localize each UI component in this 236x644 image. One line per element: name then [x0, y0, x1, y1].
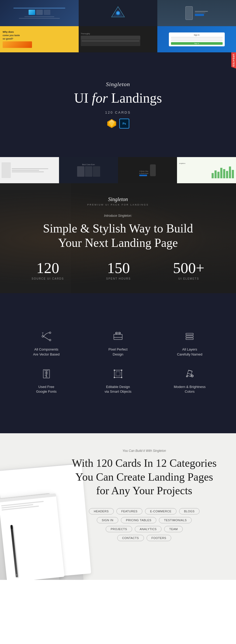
feature-smart: Editable Designvia Smart Objects: [82, 362, 154, 399]
ps-icon: Ps: [119, 119, 129, 129]
hero-logo: Singleton: [106, 81, 130, 88]
tag-features[interactable]: FEATURES: [116, 508, 143, 514]
feature-fonts: Used FreeGoogle Fonts: [10, 362, 82, 399]
grid-cell-phone: [157, 0, 236, 26]
feature-title-smart: Editable Designvia Smart Objects: [105, 385, 132, 394]
stat-label-hours: Spent Hours: [106, 277, 131, 280]
promo-section: You Can Build it With Singleton With 120…: [0, 433, 236, 580]
hero-title: UI for Landings: [74, 90, 162, 106]
grid-cell-yellow: Why does come you taste so good?: [0, 26, 79, 52]
vector-icon: [40, 330, 53, 343]
svg-rect-33: [114, 370, 122, 377]
svg-point-37: [121, 377, 122, 378]
tags-container: HEADERS FEATURES E-COMMERCE BLOGS SIGN I…: [72, 508, 217, 541]
svg-rect-25: [186, 338, 193, 340]
icons-grid: All ComponentsAre Vector Based Pixel Per…: [0, 309, 236, 415]
tag-contacts[interactable]: CONTACTS: [117, 535, 144, 541]
feature-title-colors: Modern & BrightnessColors: [174, 385, 206, 394]
feature-title-fonts: Used FreeGoogle Fonts: [36, 385, 57, 394]
svg-rect-23: [186, 333, 193, 335]
tag-projects[interactable]: PROJECTS: [106, 526, 132, 532]
hero-badge: UPDATED: [231, 52, 236, 69]
fonts-icon: [40, 367, 53, 380]
feature-pixel: Pixel PerfectDesign: [82, 325, 154, 362]
grid-cell-dark-ui2: Thoroughly: [79, 26, 157, 52]
smart-icon: [111, 367, 125, 380]
stat-number-elements: 500+: [173, 260, 205, 276]
stat-item-hours: 150 Spent Hours: [106, 260, 131, 280]
grid-cell-dark-3d: [79, 0, 157, 26]
tag-testimonials[interactable]: TESTIMONIALS: [159, 517, 192, 523]
tag-ecommerce[interactable]: E-COMMERCE: [145, 508, 176, 514]
tag-team[interactable]: TEAM: [164, 526, 183, 532]
stat-number-cards: 120: [31, 260, 64, 276]
tag-footers[interactable]: FOOTERS: [147, 535, 171, 541]
phone-visual-area: [0, 480, 73, 580]
layers-icon: [183, 330, 196, 343]
bottom-grid: Best Crew Ever A Better Way to Build App…: [0, 157, 236, 183]
feature-title-layers: All LayersCarefully Named: [177, 347, 202, 357]
stats-intro: Introduce Singleton:: [104, 214, 132, 218]
bg-cell-team: Best Crew Ever: [59, 157, 118, 183]
feature-title-pixel: Pixel PerfectDesign: [109, 347, 128, 357]
stat-label-elements: UI Elemets: [173, 277, 205, 280]
stat-item-cards: 120 Source UI Cards: [31, 260, 64, 280]
stats-row: 120 Source UI Cards 150 Spent Hours 500+…: [10, 260, 226, 280]
stats-logo: Singleton: [108, 196, 128, 202]
top-grid: Why does come you taste so good? Thoroug…: [0, 0, 236, 52]
stat-number-hours: 150: [106, 260, 131, 276]
tags-row-2: SIGN IN PRICING TABLES TESTIMONIALS: [97, 517, 192, 523]
hero-subtitle: 120 Cards: [105, 110, 131, 114]
grid-cell-blue-ui2: Sign In Sign In: [157, 26, 236, 52]
tag-analytics[interactable]: ANALYTICS: [135, 526, 162, 532]
bg-cell-chart: singleton: [177, 157, 236, 183]
bg-cell-desk: [0, 157, 59, 183]
svg-point-35: [114, 369, 115, 371]
promo-intro: You Can Build it With Singleton: [72, 449, 217, 453]
svg-point-14: [49, 339, 51, 341]
hero-title-end: Landings: [111, 91, 162, 106]
tags-row-1: HEADERS FEATURES E-COMMERCE BLOGS: [89, 508, 200, 514]
tag-blogs[interactable]: BLOGS: [179, 508, 200, 514]
svg-point-38: [114, 377, 115, 378]
hero-section: UPDATED Singleton UI for Landings 120 Ca…: [0, 52, 236, 157]
stat-item-elements: 500+ UI Elemets: [173, 260, 205, 280]
feature-vector: All ComponentsAre Vector Based: [10, 325, 82, 362]
tags-row-4: CONTACTS FOOTERS: [117, 535, 171, 541]
promo-content: You Can Build it With Singleton With 120…: [72, 449, 217, 541]
stat-label-cards: Source UI Cards: [31, 277, 64, 280]
svg-point-13: [49, 332, 51, 334]
stats-tagline: Premium UI Pack for Landings: [87, 203, 149, 206]
hero-title-plain: UI: [74, 91, 92, 106]
feature-colors: Modern & BrightnessColors: [154, 362, 226, 399]
bg-cell-mobile: A Better Way to Build Apps: [118, 157, 177, 183]
svg-line-40: [187, 373, 191, 374]
svg-point-4: [117, 12, 119, 14]
tag-signin[interactable]: SIGN IN: [97, 517, 118, 523]
svg-rect-24: [186, 336, 193, 337]
pixel-icon: [111, 330, 125, 343]
features-section: All ComponentsAre Vector Based Pixel Per…: [0, 293, 236, 433]
grid-cell-blue-ui: [0, 0, 79, 26]
stats-headline: Simple & Stylish Way to BuildYour Next L…: [43, 221, 193, 250]
promo-headline: With 120 Cards In 12 CategoriesYou Can C…: [72, 456, 217, 498]
sketch-icon: [107, 119, 117, 129]
feature-layers: All LayersCarefully Named: [154, 325, 226, 362]
tag-pricing[interactable]: PRICING TABLES: [121, 517, 156, 523]
svg-point-36: [121, 369, 122, 371]
svg-rect-15: [114, 334, 122, 340]
svg-line-39: [189, 370, 192, 371]
svg-point-12: [42, 336, 44, 337]
tag-headers[interactable]: HEADERS: [89, 508, 114, 514]
hero-icons: Ps: [107, 119, 129, 129]
feature-title-vector: All ComponentsAre Vector Based: [33, 347, 60, 357]
colors-icon: [183, 367, 196, 380]
tags-row-3: PROJECTS ANALYTICS TEAM: [106, 526, 183, 532]
svg-rect-34: [116, 372, 120, 376]
stats-section: Singleton Premium UI Pack for Landings I…: [0, 183, 236, 293]
hero-title-italic: for: [92, 91, 108, 106]
